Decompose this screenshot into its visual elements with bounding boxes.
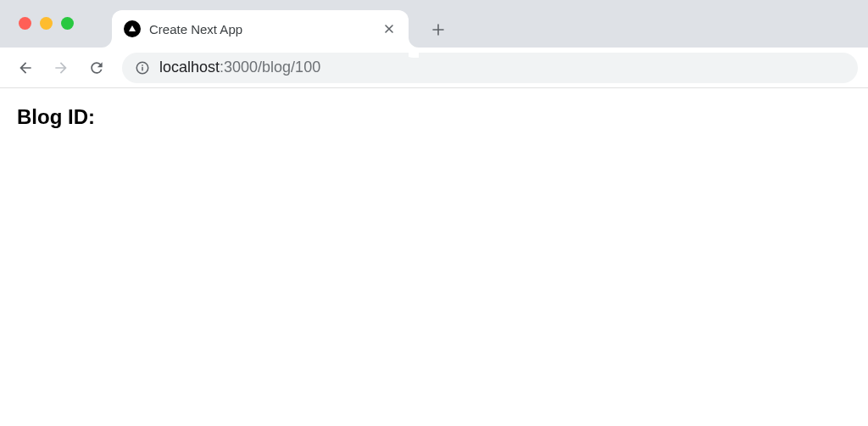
window-minimize-button[interactable] xyxy=(40,17,53,30)
window-close-button[interactable] xyxy=(19,17,31,30)
new-tab-button[interactable] xyxy=(424,15,453,44)
window-controls xyxy=(19,17,74,30)
browser-toolbar: localhost:3000/blog/100 xyxy=(0,48,868,88)
tab-bar: Create Next App xyxy=(112,0,453,48)
url-host: localhost xyxy=(159,59,220,76)
tab-favicon xyxy=(124,20,141,37)
svg-rect-1 xyxy=(142,66,143,70)
browser-tab-strip: Create Next App xyxy=(0,0,868,48)
forward-button[interactable] xyxy=(46,53,76,83)
url-path: :3000/blog/100 xyxy=(220,59,320,76)
svg-rect-2 xyxy=(142,64,143,66)
site-info-icon[interactable] xyxy=(134,59,151,76)
address-bar[interactable]: localhost:3000/blog/100 xyxy=(122,53,858,83)
window-maximize-button[interactable] xyxy=(61,17,74,30)
browser-tab-active[interactable]: Create Next App xyxy=(112,10,409,48)
tab-close-button[interactable] xyxy=(381,21,397,36)
tab-title: Create Next App xyxy=(149,22,373,36)
page-heading: Blog ID: xyxy=(17,105,851,129)
reload-button[interactable] xyxy=(81,53,112,83)
back-button[interactable] xyxy=(10,53,41,83)
page-content: Blog ID: xyxy=(0,88,868,146)
url-text: localhost:3000/blog/100 xyxy=(159,59,320,76)
